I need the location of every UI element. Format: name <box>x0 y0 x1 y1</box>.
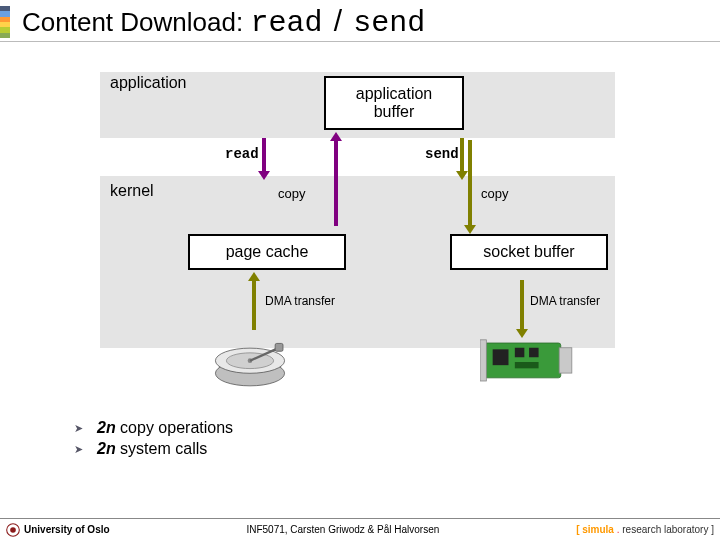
bullet-icon: ➤ <box>74 422 83 435</box>
page-cache-label: page cache <box>226 243 309 261</box>
bullet-emphasis: 2n <box>97 419 116 436</box>
diagram-area: application application buffer kernel co… <box>0 44 720 474</box>
network-card-icon <box>480 336 575 388</box>
hard-disk-icon <box>210 334 290 389</box>
application-buffer-label: application buffer <box>356 85 433 122</box>
slide-title: Content Download: read / send <box>22 4 425 40</box>
footer-left: University of Oslo <box>24 524 110 535</box>
title-separator: / <box>334 4 342 37</box>
bullet-row: ➤ 2n system calls <box>74 440 233 458</box>
summary-bullets: ➤ 2n copy operations ➤ 2n system calls <box>74 416 233 461</box>
svg-rect-6 <box>480 340 486 381</box>
title-prefix: Content Download: <box>22 7 243 37</box>
svg-rect-7 <box>559 348 572 373</box>
svg-rect-8 <box>493 349 509 365</box>
slide-title-bar: Content Download: read / send <box>0 0 720 44</box>
bullet-text: 2n copy operations <box>97 419 233 437</box>
bullet-row: ➤ 2n copy operations <box>74 419 233 437</box>
title-code-send: send <box>353 6 425 40</box>
socket-buffer-label: socket buffer <box>483 243 574 261</box>
title-code-read: read <box>250 6 322 40</box>
copy-label-right: copy <box>481 186 508 201</box>
copy-label-left: copy <box>278 186 305 201</box>
read-syscall-label: read <box>225 146 259 162</box>
title-underline <box>0 41 720 42</box>
bullet-icon: ➤ <box>74 443 83 456</box>
dma-label-left: DMA transfer <box>265 294 335 308</box>
application-buffer-box: application buffer <box>324 76 464 130</box>
svg-rect-10 <box>529 348 539 358</box>
page-cache-box: page cache <box>188 234 346 270</box>
send-syscall-label: send <box>425 146 459 162</box>
slide-footer: University of Oslo INF5071, Carsten Griw… <box>0 518 720 540</box>
kernel-layer-label: kernel <box>110 182 154 200</box>
svg-rect-11 <box>515 362 539 368</box>
svg-rect-4 <box>275 343 283 351</box>
svg-point-13 <box>10 527 16 533</box>
bullet-emphasis: 2n <box>97 440 116 457</box>
application-layer-label: application <box>110 74 187 92</box>
svg-rect-9 <box>515 348 525 358</box>
footer-center: INF5071, Carsten Griwodz & Pål Halvorsen <box>110 524 577 535</box>
dma-label-right: DMA transfer <box>530 294 600 308</box>
footer-right: [ simula . research laboratory ] <box>576 524 714 535</box>
title-accent-stripe <box>0 6 10 38</box>
bullet-text: 2n system calls <box>97 440 207 458</box>
university-logo-icon <box>6 523 20 537</box>
socket-buffer-box: socket buffer <box>450 234 608 270</box>
